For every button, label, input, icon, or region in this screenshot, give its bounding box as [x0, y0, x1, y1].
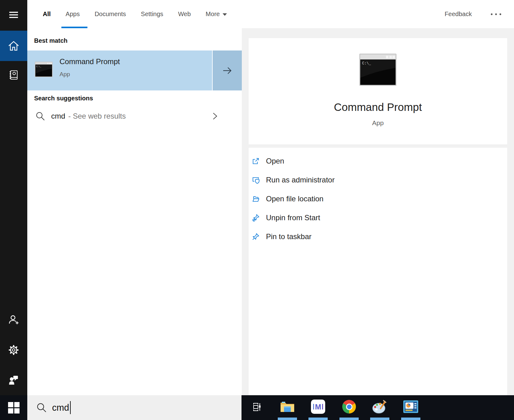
folder-open-icon — [252, 195, 260, 203]
task-view-icon — [251, 401, 262, 412]
action-run-as-administrator[interactable]: Run as administrator — [249, 171, 507, 189]
preview-type: App — [249, 119, 507, 127]
chart-app-button[interactable] — [403, 399, 418, 414]
taskbar: cmd — [0, 395, 514, 420]
command-prompt-icon-large: C:\_ — [359, 54, 397, 86]
best-match-type: App — [60, 71, 70, 78]
tab-settings[interactable]: Settings — [141, 11, 163, 18]
journal-icon — [8, 69, 19, 81]
preview-title: Command Prompt — [249, 101, 507, 113]
sidebar-item-home[interactable] — [0, 31, 27, 61]
m-app-button[interactable]: M — [311, 399, 326, 414]
start-button[interactable] — [0, 395, 27, 420]
unpin-icon — [252, 214, 260, 222]
svg-text:M: M — [315, 403, 321, 411]
suggestion-item[interactable]: cmd - See web results — [27, 106, 242, 126]
search-filter-tabbar: All Apps Documents Settings Web More Fee… — [27, 0, 514, 28]
tab-documents[interactable]: Documents — [95, 11, 126, 18]
tab-list: All Apps Documents Settings Web More — [27, 11, 227, 18]
svg-text:C:\_: C:\_ — [362, 61, 371, 66]
preview-header-card: C:\_ Command Prompt App — [249, 38, 507, 144]
action-label: Run as administrator — [266, 176, 335, 184]
chevron-down-icon — [223, 13, 227, 16]
search-suggestions-header: Search suggestions — [34, 95, 93, 102]
chrome-icon — [342, 400, 356, 413]
file-explorer-icon — [280, 400, 295, 413]
topbar-right-group: Feedback — [445, 0, 502, 28]
right-chevron-icon — [211, 112, 218, 120]
sidebar — [0, 0, 27, 395]
launch-icon — [252, 157, 260, 165]
expand-result-button[interactable] — [213, 50, 242, 90]
running-indicator — [339, 418, 359, 420]
home-icon — [7, 40, 20, 52]
shield-icon — [252, 176, 260, 184]
feedback-button[interactable]: Feedback — [445, 11, 472, 18]
feedback-person-icon — [8, 375, 19, 385]
search-input-value[interactable]: cmd — [52, 403, 69, 413]
windows-search-flyout: All Apps Documents Settings Web More Fee… — [0, 0, 514, 420]
m-app-icon: M — [311, 400, 325, 414]
search-icon — [36, 402, 47, 413]
action-label: Open — [266, 157, 284, 165]
action-pin-to-taskbar[interactable]: Pin to taskbar — [249, 227, 507, 246]
file-explorer-button[interactable] — [280, 399, 295, 414]
right-arrow-icon — [222, 66, 233, 76]
action-unpin-from-start[interactable]: Unpin from Start — [249, 208, 507, 227]
search-icon — [35, 111, 45, 121]
suggestion-query: cmd — [51, 112, 65, 120]
preview-pane: C:\_ Command Prompt App Open Run as admi… — [242, 28, 514, 395]
running-indicator — [370, 418, 389, 420]
chart-app-icon — [403, 400, 418, 414]
hamburger-icon — [9, 11, 18, 19]
action-label: Unpin from Start — [266, 213, 320, 222]
taskbar-search-box[interactable]: cmd — [27, 395, 241, 420]
sidebar-item-settings[interactable] — [0, 341, 27, 359]
sidebar-item-add-account[interactable] — [0, 311, 27, 328]
paint-button[interactable] — [372, 399, 387, 414]
windows-logo-icon — [8, 402, 20, 413]
pin-icon — [252, 233, 260, 241]
running-indicator — [308, 418, 328, 420]
preview-actions-card: Open Run as administrator Open file loca… — [249, 148, 507, 395]
suggestion-hint: - See web results — [68, 112, 126, 120]
best-match-result: C:\_ Command Prompt App — [27, 50, 242, 90]
svg-text:C:\_: C:\_ — [36, 65, 42, 68]
best-match-item[interactable]: C:\_ Command Prompt App — [27, 50, 212, 90]
tab-web[interactable]: Web — [178, 11, 191, 18]
sidebar-item-journal[interactable] — [0, 66, 27, 84]
ellipsis-icon[interactable] — [490, 13, 502, 15]
action-label: Pin to taskbar — [266, 232, 312, 241]
tab-apps[interactable]: Apps — [66, 11, 80, 18]
command-prompt-icon: C:\_ — [35, 62, 53, 77]
tab-more[interactable]: More — [206, 11, 227, 18]
running-indicator — [401, 418, 420, 420]
tab-more-label: More — [206, 11, 220, 18]
add-account-icon — [8, 314, 19, 325]
chrome-button[interactable] — [342, 399, 357, 414]
best-match-title: Command Prompt — [60, 57, 120, 66]
task-view-button[interactable] — [249, 399, 264, 414]
sidebar-item-feedback[interactable] — [0, 371, 27, 389]
taskbar-icons: M — [241, 395, 514, 420]
action-open[interactable]: Open — [249, 152, 507, 170]
search-results-panel: Best match C:\_ Command Prompt App — [27, 28, 242, 395]
action-open-file-location[interactable]: Open file location — [249, 190, 507, 208]
action-label: Open file location — [266, 195, 323, 203]
running-indicator — [278, 418, 297, 420]
tab-all[interactable]: All — [43, 11, 51, 18]
best-match-header: Best match — [34, 37, 68, 44]
hamburger-menu-button[interactable] — [0, 6, 27, 24]
paint-icon — [372, 400, 387, 414]
gear-icon — [8, 344, 19, 356]
text-cursor — [70, 401, 71, 414]
